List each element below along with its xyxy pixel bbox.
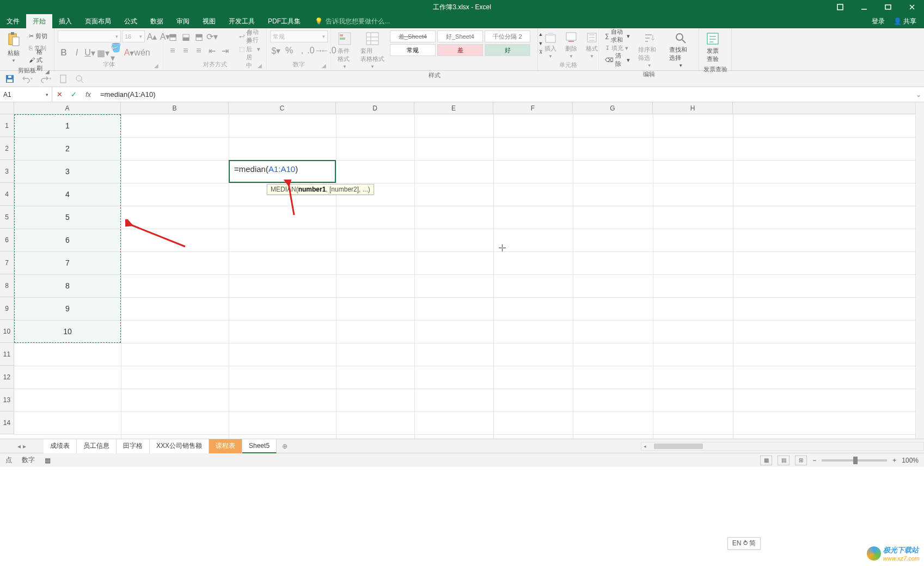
cancel-formula-button[interactable]: ✕ [52, 87, 66, 102]
undo-icon[interactable]: ▾ [22, 75, 33, 83]
row-header[interactable]: 9 [0, 297, 14, 320]
page-layout-view-icon[interactable]: ▤ [778, 456, 790, 465]
cell-value[interactable]: 3 [14, 160, 121, 183]
redo-icon[interactable]: ▾ [40, 75, 51, 83]
row-header[interactable]: 7 [0, 251, 14, 274]
cell-value[interactable]: 9 [14, 297, 121, 320]
print-preview-icon[interactable] [75, 75, 84, 83]
login-button[interactable]: 登录 [872, 17, 885, 26]
dialog-launcher-icon[interactable]: ◢ [154, 63, 158, 69]
dialog-launcher-icon[interactable]: ◢ [45, 69, 50, 75]
increase-decimal-icon[interactable]: .0→ [309, 45, 321, 57]
format-painter-button[interactable]: 🖌格式刷 [26, 54, 51, 65]
cells-area[interactable]: 12345678910 [14, 114, 915, 439]
ribbon-options-icon[interactable] [828, 0, 852, 14]
currency-icon[interactable]: $▾ [270, 45, 282, 57]
zoom-slider[interactable] [822, 459, 887, 462]
column-header[interactable]: C [229, 102, 336, 114]
new-file-icon[interactable] [59, 75, 68, 83]
sheet-nav-buttons[interactable]: ◂ ▸ [0, 442, 44, 450]
vertical-scrollbar[interactable] [915, 102, 924, 439]
tab-view[interactable]: 视图 [196, 14, 222, 28]
cell-value[interactable]: 6 [14, 229, 121, 251]
row-header[interactable]: 6 [0, 229, 14, 251]
tab-review[interactable]: 审阅 [170, 14, 196, 28]
zoom-out-button[interactable]: − [812, 457, 816, 464]
row-header[interactable]: 11 [0, 343, 14, 366]
align-right-icon[interactable]: ≡ [193, 45, 205, 57]
row-header[interactable]: 3 [0, 160, 14, 183]
column-header[interactable]: H [653, 102, 733, 114]
cell-value[interactable]: 5 [14, 206, 121, 229]
sheet-tab[interactable]: XXX公司销售额 [150, 439, 209, 453]
cell-value[interactable]: 1 [14, 114, 121, 137]
indent-decrease-icon[interactable]: ⇤ [206, 45, 218, 57]
cell-editor[interactable]: =median(A1:A10) [230, 161, 335, 177]
normal-view-icon[interactable]: ▦ [760, 456, 772, 465]
page-break-view-icon[interactable]: ⊞ [795, 456, 807, 465]
function-tooltip[interactable]: MEDIAN(number1, [number2], ...) [267, 184, 374, 195]
tab-file[interactable]: 文件 [0, 14, 26, 28]
cell-style-item[interactable]: 千位分隔 2 [485, 30, 530, 42]
sheet-tab[interactable]: 员工信息 [77, 439, 117, 453]
clear-button[interactable]: ⌫清除▾ [602, 54, 633, 65]
delete-cells-button[interactable]: 删除▼ [562, 30, 580, 60]
formula-input[interactable] [96, 87, 913, 102]
confirm-formula-button[interactable]: ✓ [66, 87, 81, 102]
copy-button[interactable]: ⎘复制 [26, 42, 51, 53]
cell-styles-gallery[interactable]: 差_Sheet4 好_Sheet4 千位分隔 2 常规 差 好 [390, 30, 530, 56]
autosum-button[interactable]: ∑自动求和▾ [602, 30, 633, 41]
font-family-combo[interactable]: ▾ [58, 30, 121, 42]
add-sheet-button[interactable]: ⊕ [277, 442, 293, 450]
format-cells-button[interactable]: 格式▼ [583, 30, 601, 60]
increase-font-icon[interactable]: A▴ [146, 30, 158, 42]
sheet-tab[interactable]: 成绩表 [44, 439, 77, 453]
cell-value[interactable]: 2 [14, 137, 121, 160]
fill-button[interactable]: ↧填充▾ [602, 42, 633, 53]
align-bottom-icon[interactable]: ⬒ [193, 30, 205, 42]
column-header[interactable]: B [121, 102, 229, 114]
number-format-combo[interactable]: 常规▾ [270, 30, 328, 42]
sort-filter-button[interactable]: 排序和筛选▼ [635, 30, 664, 69]
fx-icon[interactable]: fx [81, 90, 96, 99]
zoom-level[interactable]: 100% [902, 457, 919, 464]
cell-style-item[interactable]: 差_Sheet4 [390, 30, 436, 42]
bold-button[interactable]: B [58, 47, 70, 59]
minimize-button[interactable] [852, 0, 876, 14]
ime-indicator[interactable]: EN ⥁ 简 [727, 537, 761, 550]
column-header[interactable]: D [336, 102, 414, 114]
cut-button[interactable]: ✂剪切 [26, 30, 51, 41]
cell-value[interactable]: 8 [14, 274, 121, 297]
cell-style-item[interactable]: 差 [437, 44, 483, 56]
horizontal-scrollbar[interactable]: ◂ [641, 442, 924, 451]
column-header[interactable]: G [573, 102, 653, 114]
align-left-icon[interactable]: ≡ [167, 45, 179, 57]
cell-style-item[interactable]: 好_Sheet4 [437, 30, 483, 42]
conditional-format-button[interactable]: 条件格式▼ [334, 30, 355, 70]
fill-color-button[interactable]: 🪣▾ [110, 47, 122, 59]
cell-value[interactable]: 4 [14, 183, 121, 206]
column-header[interactable]: F [493, 102, 573, 114]
align-center-icon[interactable]: ≡ [180, 45, 192, 57]
phonetic-button[interactable]: wén [136, 47, 148, 59]
tell-me[interactable]: 💡告诉我您想要做什么... [315, 17, 390, 26]
dialog-launcher-icon[interactable]: ◢ [258, 63, 262, 69]
align-top-icon[interactable]: ⬒ [167, 30, 179, 42]
row-header[interactable]: 12 [0, 366, 14, 389]
row-header[interactable]: 10 [0, 320, 14, 343]
sheet-tab[interactable]: 课程表 [209, 439, 242, 453]
font-color-button[interactable]: A▾ [123, 47, 135, 59]
indent-increase-icon[interactable]: ⇥ [219, 45, 231, 57]
sheet-tab[interactable]: 田字格 [117, 439, 150, 453]
merge-center-button[interactable]: ⬚合并后居中▾ [236, 44, 263, 54]
cell-value[interactable]: 10 [14, 320, 121, 343]
close-button[interactable] [900, 0, 924, 14]
row-header[interactable]: 13 [0, 389, 14, 411]
row-header[interactable]: 14 [0, 411, 14, 434]
tab-data[interactable]: 数据 [144, 14, 170, 28]
percent-icon[interactable]: % [283, 45, 295, 57]
font-size-combo[interactable]: 16▾ [122, 30, 145, 42]
paste-button[interactable]: 粘贴 ▼ [3, 30, 24, 64]
column-header[interactable]: A [14, 102, 121, 114]
dialog-launcher-icon[interactable]: ◢ [322, 63, 326, 69]
